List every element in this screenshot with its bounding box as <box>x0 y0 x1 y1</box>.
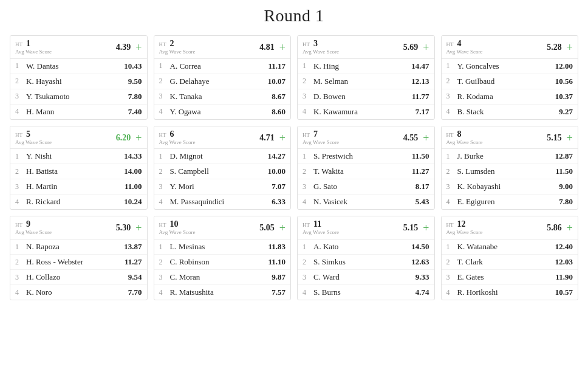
surfer-score: 13.87 <box>120 242 142 252</box>
row-position: 1 <box>446 243 455 252</box>
surfer-score: 7.80 <box>551 197 573 207</box>
table-row: 4E. Egiguren7.80 <box>442 195 578 209</box>
surfer-name: T. Clark <box>455 257 552 267</box>
row-position: 4 <box>303 288 311 297</box>
heat-add-icon-2[interactable]: + <box>279 42 285 53</box>
heat-add-icon-3[interactable]: + <box>423 42 429 53</box>
row-position: 4 <box>159 107 168 116</box>
row-position: 1 <box>159 243 168 252</box>
table-row: 2H. Ross - Webster11.27 <box>10 255 147 270</box>
row-position: 3 <box>159 92 168 101</box>
surfer-score: 7.70 <box>120 288 142 297</box>
row-position: 1 <box>15 152 24 161</box>
heat-avg-score-3: 5.69 <box>403 43 419 52</box>
surfer-score: 7.80 <box>120 92 142 102</box>
heat-add-icon-12[interactable]: + <box>567 222 573 233</box>
heat-add-icon-4[interactable]: + <box>567 42 573 53</box>
surfer-score: 10.43 <box>120 61 142 71</box>
surfer-score: 14.47 <box>408 61 429 71</box>
heat-block-1: HT1Avg Wave Score4.39+1W. Dantas10.432K.… <box>10 35 148 120</box>
heat-avg-score-4: 5.28 <box>547 43 562 52</box>
surfer-name: K. Hayashi <box>24 77 120 86</box>
heat-add-icon-6[interactable]: + <box>279 133 285 143</box>
row-position: 3 <box>446 273 455 282</box>
row-position: 1 <box>15 61 24 71</box>
row-position: 3 <box>159 273 168 282</box>
heat-number-7: 7 <box>313 129 318 139</box>
heat-avg-label: Avg Wave Score <box>446 139 483 146</box>
row-position: 2 <box>159 77 168 86</box>
table-row: 4M. Passaquindici6.33 <box>154 195 291 209</box>
surfer-name: Y. Tsukamoto <box>24 92 120 102</box>
heats-grid: HT1Avg Wave Score4.39+1W. Dantas10.432K.… <box>10 35 578 300</box>
table-row: 4S. Burns4.74 <box>298 285 434 300</box>
surfer-score: 11.10 <box>264 257 285 267</box>
surfer-score: 7.17 <box>408 107 429 117</box>
table-row: 2K. Hayashi9.50 <box>10 74 147 89</box>
row-position: 4 <box>15 107 24 116</box>
surfer-name: G. Delahaye <box>168 77 264 86</box>
surfer-score: 11.77 <box>408 92 429 102</box>
surfer-score: 10.37 <box>551 92 573 102</box>
table-row: 4R. Matsushita7.57 <box>154 285 291 300</box>
table-row: 2S. Simkus12.63 <box>298 255 434 270</box>
heat-ht-label: HT <box>159 133 166 138</box>
surfer-name: E. Egiguren <box>455 197 552 207</box>
surfer-name: K. Kawamura <box>311 107 408 117</box>
row-position: 4 <box>15 198 24 207</box>
heat-number-5: 5 <box>26 129 30 139</box>
heat-number-3: 3 <box>313 39 318 49</box>
surfer-name: H. Mann <box>24 107 120 117</box>
table-row: 1N. Rapoza13.87 <box>10 239 147 255</box>
row-position: 3 <box>303 92 311 101</box>
surfer-name: A. Correa <box>168 61 264 71</box>
heat-add-icon-7[interactable]: + <box>423 133 429 143</box>
table-row: 3E. Gates11.90 <box>442 270 578 285</box>
row-position: 4 <box>159 288 168 297</box>
heat-avg-label: Avg Wave Score <box>446 229 483 236</box>
surfer-score: 11.50 <box>408 151 429 161</box>
heat-number-8: 8 <box>457 129 462 139</box>
heat-number-11: 11 <box>313 219 321 229</box>
heat-avg-score-8: 5.15 <box>547 133 562 143</box>
heat-add-icon-9[interactable]: + <box>135 222 142 233</box>
heat-ht-label: HT <box>159 42 166 47</box>
heat-add-icon-8[interactable]: + <box>567 133 573 143</box>
heat-number-2: 2 <box>170 39 174 49</box>
heat-ht-label: HT <box>303 42 310 47</box>
heat-add-icon-11[interactable]: + <box>423 222 429 233</box>
row-position: 4 <box>303 107 311 116</box>
heat-add-icon-5[interactable]: + <box>135 133 142 143</box>
heat-add-icon-1[interactable]: + <box>135 42 142 53</box>
heat-ht-label: HT <box>303 222 310 228</box>
row-position: 1 <box>159 61 168 71</box>
surfer-name: M. Selman <box>311 77 408 86</box>
row-position: 4 <box>15 288 24 297</box>
surfer-score: 9.87 <box>264 272 285 282</box>
surfer-name: K. Tanaka <box>168 92 264 102</box>
row-position: 4 <box>303 198 311 207</box>
table-row: 3G. Sato8.17 <box>298 179 434 195</box>
heat-block-6: HT6Avg Wave Score4.71+1D. Mignot14.272S.… <box>154 126 292 210</box>
row-position: 1 <box>303 61 311 71</box>
surfer-score: 10.00 <box>264 167 285 176</box>
table-row: 1Y. Nishi14.33 <box>10 149 147 164</box>
surfer-name: J. Burke <box>455 151 552 161</box>
surfer-score: 11.17 <box>264 61 285 71</box>
heat-ht-label: HT <box>15 42 22 47</box>
surfer-score: 8.67 <box>264 92 285 102</box>
heat-ht-label: HT <box>446 133 454 138</box>
surfer-score: 6.33 <box>264 197 285 207</box>
heat-avg-label: Avg Wave Score <box>15 229 52 236</box>
heat-add-icon-10[interactable]: + <box>279 222 285 233</box>
surfer-name: B. Stack <box>455 107 552 117</box>
surfer-score: 12.87 <box>551 151 573 161</box>
row-position: 1 <box>446 61 455 71</box>
row-position: 1 <box>303 243 311 252</box>
heat-avg-label: Avg Wave Score <box>15 49 52 56</box>
surfer-name: Y. Goncalves <box>455 61 552 71</box>
heat-header-10: HT10Avg Wave Score5.05+ <box>154 216 291 239</box>
surfer-name: W. Dantas <box>24 61 120 71</box>
heat-block-3: HT3Avg Wave Score5.69+1K. Hing14.472M. S… <box>297 35 435 120</box>
heat-avg-score-7: 4.55 <box>403 133 419 143</box>
